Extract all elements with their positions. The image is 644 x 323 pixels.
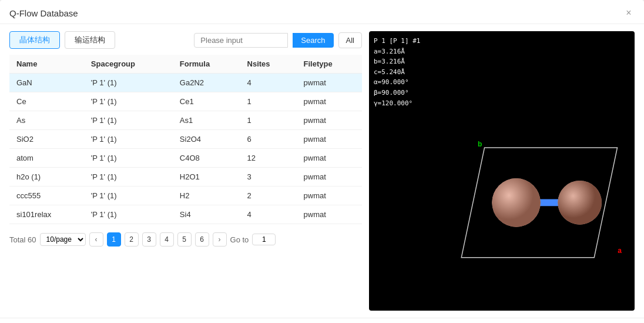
dialog-body: 晶体结构 输运结构 Search All Name Spacegroup For…	[0, 24, 644, 318]
cell-nsites: 12	[240, 149, 297, 168]
cell-spacegroup: 'P 1' (1)	[84, 205, 173, 224]
cell-formula: H2	[173, 187, 240, 205]
dialog: Q-Flow Database × 晶体结构 输运结构 Search All N…	[0, 0, 644, 323]
svg-point-5	[558, 181, 602, 225]
page-6-button[interactable]: 6	[195, 232, 209, 247]
col-formula: Formula	[173, 55, 240, 74]
page-2-button[interactable]: 2	[125, 232, 139, 247]
table-row[interactable]: GaN 'P 1' (1) Ga2N2 4 pwmat	[9, 74, 362, 92]
page-3-button[interactable]: 3	[142, 232, 156, 247]
cell-formula: C4O8	[173, 149, 240, 168]
cell-spacegroup: 'P 1' (1)	[84, 187, 173, 205]
cell-name: si101relax	[9, 205, 84, 224]
cell-nsites: 1	[240, 92, 297, 111]
cell-filetype: pwmat	[297, 168, 362, 187]
next-page-button[interactable]: ›	[213, 232, 227, 247]
crystal-info: P 1 [P 1] #1 a=3.216Å b=3.216Å c=5.240Å …	[374, 36, 420, 108]
cell-spacegroup: 'P 1' (1)	[84, 111, 173, 130]
crystal-viewer: P 1 [P 1] #1 a=3.216Å b=3.216Å c=5.240Å …	[369, 31, 635, 311]
cell-name: atom	[9, 149, 84, 168]
goto-input[interactable]	[252, 234, 276, 245]
dialog-title: Q-Flow Database	[9, 8, 78, 18]
table-row[interactable]: atom 'P 1' (1) C4O8 12 pwmat	[9, 149, 362, 168]
cell-filetype: pwmat	[297, 130, 362, 149]
total-label: Total 60	[9, 235, 36, 244]
dialog-footer: 取消 载入	[0, 318, 644, 323]
left-panel: 晶体结构 输运结构 Search All Name Spacegroup For…	[9, 31, 362, 311]
page-size-select[interactable]: 10/page	[40, 233, 86, 246]
cell-filetype: pwmat	[297, 187, 362, 205]
cell-spacegroup: 'P 1' (1)	[84, 168, 173, 187]
cell-nsites: 6	[240, 130, 297, 149]
page-4-button[interactable]: 4	[160, 232, 174, 247]
goto-label: Go to	[230, 235, 249, 244]
cell-filetype: pwmat	[297, 92, 362, 111]
cell-spacegroup: 'P 1' (1)	[84, 130, 173, 149]
cell-formula: Ga2N2	[173, 74, 240, 92]
pagination: Total 60 10/page ‹ 1 2 3 4 5 6 › Go to	[9, 232, 362, 247]
toolbar: 晶体结构 输运结构 Search All	[9, 31, 362, 49]
prev-page-button[interactable]: ‹	[89, 232, 103, 247]
cell-spacegroup: 'P 1' (1)	[84, 149, 173, 168]
cell-formula: Ce1	[173, 92, 240, 111]
search-input[interactable]	[194, 33, 288, 48]
cell-nsites: 4	[240, 74, 297, 92]
page-1-button[interactable]: 1	[107, 232, 121, 247]
cell-name: h2o (1)	[9, 168, 84, 187]
cell-spacegroup: 'P 1' (1)	[84, 92, 173, 111]
cell-formula: H2O1	[173, 168, 240, 187]
search-button[interactable]: Search	[293, 33, 333, 48]
cell-filetype: pwmat	[297, 74, 362, 92]
page-5-button[interactable]: 5	[177, 232, 192, 247]
table-row[interactable]: Ce 'P 1' (1) Ce1 1 pwmat	[9, 92, 362, 111]
cell-name: As	[9, 111, 84, 130]
cell-filetype: pwmat	[297, 111, 362, 130]
data-table: Name Spacegroup Formula Nsites Filetype …	[9, 55, 362, 224]
cell-name: ccc555	[9, 187, 84, 205]
cell-name: Ce	[9, 92, 84, 111]
cell-nsites: 4	[240, 205, 297, 224]
tab-crystal[interactable]: 晶体结构	[9, 31, 60, 49]
cell-spacegroup: 'P 1' (1)	[84, 74, 173, 92]
cell-name: GaN	[9, 74, 84, 92]
svg-point-3	[492, 178, 541, 227]
cell-nsites: 3	[240, 168, 297, 187]
all-button[interactable]: All	[338, 32, 362, 48]
cell-filetype: pwmat	[297, 149, 362, 168]
cell-nsites: 1	[240, 111, 297, 130]
dialog-header: Q-Flow Database ×	[0, 0, 644, 24]
axis-b-label: b	[478, 140, 482, 148]
close-button[interactable]: ×	[623, 7, 635, 19]
cell-nsites: 2	[240, 187, 297, 205]
col-nsites: Nsites	[240, 55, 297, 74]
table-row[interactable]: si101relax 'P 1' (1) Si4 4 pwmat	[9, 205, 362, 224]
cell-formula: As1	[173, 111, 240, 130]
col-filetype: Filetype	[297, 55, 362, 74]
col-spacegroup: Spacegroup	[84, 55, 173, 74]
tab-transport[interactable]: 输运结构	[65, 31, 115, 49]
table-row[interactable]: ccc555 'P 1' (1) H2 2 pwmat	[9, 187, 362, 205]
cell-filetype: pwmat	[297, 205, 362, 224]
table-row[interactable]: h2o (1) 'P 1' (1) H2O1 3 pwmat	[9, 168, 362, 187]
cell-formula: Si2O4	[173, 130, 240, 149]
table-row[interactable]: As 'P 1' (1) As1 1 pwmat	[9, 111, 362, 130]
axis-a-label: a	[618, 247, 622, 255]
col-name: Name	[9, 55, 84, 74]
table-row[interactable]: SiO2 'P 1' (1) Si2O4 6 pwmat	[9, 130, 362, 149]
cell-formula: Si4	[173, 205, 240, 224]
cell-name: SiO2	[9, 130, 84, 149]
